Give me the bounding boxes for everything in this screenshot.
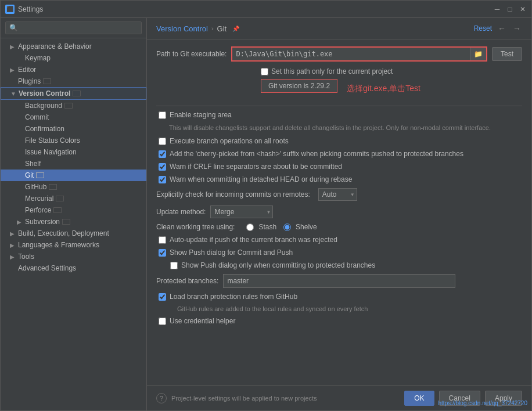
- sidebar-item-github[interactable]: GitHub: [1, 181, 146, 193]
- cancel-button[interactable]: Cancel: [439, 391, 480, 406]
- sidebar-item-languages[interactable]: ▶ Languages & Frameworks: [1, 239, 146, 251]
- indicator-icon: [36, 172, 44, 178]
- sidebar-item-advanced[interactable]: Advanced Settings: [1, 262, 146, 274]
- warn-crlf-label: Warn if CRLF line separators are about t…: [170, 163, 342, 171]
- protected-branches-input[interactable]: [223, 274, 455, 288]
- main-header: Version Control › Git 📌 Reset ← →: [147, 18, 531, 39]
- show-push-protected-checkbox[interactable]: [170, 262, 178, 269]
- sidebar-item-build[interactable]: ▶ Build, Execution, Deployment: [1, 228, 146, 239]
- sidebar-item-mercurial[interactable]: Mercurial: [1, 193, 146, 204]
- warn-detached-label: Warn when committing in detached HEAD or…: [170, 175, 352, 183]
- folder-button[interactable]: 📁: [470, 48, 486, 60]
- nav-forward-button[interactable]: →: [512, 24, 522, 33]
- execute-branch-row: Execute branch operations on all roots: [156, 137, 522, 145]
- version-badge: Git version is 2.29.2: [261, 79, 337, 93]
- main-body: Path to Git executable: 📁 Test Set this …: [147, 39, 531, 385]
- sidebar-tree: ▶ Appearance & Behavior Keymap ▶ Editor …: [1, 38, 146, 410]
- set-path-label: Set this path only for the current proje…: [271, 67, 393, 75]
- set-path-checkbox[interactable]: [261, 68, 268, 75]
- incoming-commits-select[interactable]: Auto Never Always: [318, 188, 357, 201]
- titlebar: ⬛ Settings ─ □ ✕: [1, 1, 531, 18]
- enable-staging-checkbox[interactable]: [159, 111, 166, 119]
- execute-branch-checkbox[interactable]: [159, 138, 166, 145]
- test-button[interactable]: Test: [492, 47, 522, 61]
- update-method-select-wrapper: Merge Rebase Branch Default: [210, 206, 273, 218]
- cherry-pick-checkbox[interactable]: [159, 150, 166, 158]
- expand-arrow: ▶: [10, 254, 17, 260]
- nav-back-button[interactable]: ←: [497, 24, 507, 33]
- warn-crlf-row: Warn if CRLF line separators are about t…: [156, 163, 522, 171]
- use-credential-label: Use credential helper: [170, 317, 235, 325]
- sidebar-item-confirmation[interactable]: Confirmation: [1, 123, 146, 135]
- sidebar-item-tools[interactable]: ▶ Tools: [1, 251, 146, 262]
- path-input-group: 📁: [231, 46, 487, 62]
- apply-button[interactable]: Apply: [485, 391, 522, 406]
- update-method-select[interactable]: Merge Rebase Branch Default: [210, 206, 273, 218]
- show-push-label: Show Push dialog for Commit and Push: [170, 248, 293, 257]
- maximize-button[interactable]: □: [506, 5, 514, 13]
- warn-crlf-checkbox[interactable]: [159, 163, 166, 171]
- breadcrumb: Version Control › Git 📌: [156, 24, 239, 33]
- enable-staging-row: Enable staging area: [156, 111, 522, 119]
- git-path-row: Path to Git executable: 📁 Test: [156, 46, 522, 62]
- ok-button[interactable]: OK: [404, 391, 434, 406]
- indicator-icon: [56, 196, 64, 201]
- incoming-commits-label: Explicitly check for incoming commits on…: [156, 190, 310, 199]
- sidebar-item-background[interactable]: Background: [1, 100, 146, 111]
- enable-staging-label: Enable staging area: [170, 111, 232, 119]
- stash-radio[interactable]: [246, 223, 254, 231]
- sidebar-item-editor[interactable]: ▶ Editor: [1, 64, 146, 75]
- sidebar-item-keymap[interactable]: Keymap: [1, 52, 146, 64]
- sidebar-item-shelf[interactable]: Shelf: [1, 158, 146, 170]
- expand-arrow: ▶: [10, 44, 17, 50]
- load-github-rules-checkbox[interactable]: [159, 293, 166, 301]
- github-rules-sub: GitHub rules are added to the local rule…: [156, 305, 522, 312]
- sidebar-item-perforce[interactable]: Perforce: [1, 204, 146, 216]
- warn-detached-checkbox[interactable]: [159, 176, 166, 183]
- footer: ? Project-level settings will be applied…: [147, 385, 531, 410]
- breadcrumb-separator: ›: [211, 25, 214, 32]
- sidebar-item-subversion[interactable]: ▶ Subversion: [1, 216, 146, 228]
- stash-radio-label: Stash: [246, 223, 276, 231]
- expand-arrow: ▶: [10, 67, 17, 73]
- sidebar-item-plugins[interactable]: Plugins: [1, 75, 146, 87]
- help-button[interactable]: ?: [156, 393, 167, 403]
- stash-label: Stash: [258, 223, 276, 231]
- clean-tree-label: Clean working tree using:: [156, 223, 235, 231]
- sidebar-item-commit[interactable]: Commit: [1, 111, 146, 123]
- expand-arrow: ▶: [17, 219, 24, 225]
- reset-button[interactable]: Reset: [474, 24, 492, 33]
- sidebar-item-appearance[interactable]: ▶ Appearance & Behavior: [1, 41, 146, 52]
- sidebar-item-file-status-colors[interactable]: File Status Colors: [1, 135, 146, 146]
- show-push-protected-label: Show Push dialog only when committing to…: [181, 261, 375, 269]
- window-controls: ─ □ ✕: [493, 5, 527, 13]
- minimize-button[interactable]: ─: [493, 5, 501, 13]
- search-input[interactable]: [5, 21, 142, 34]
- cherry-pick-row: Add the 'cherry-picked from <hash>' suff…: [156, 150, 522, 158]
- sidebar-item-git[interactable]: Git: [1, 170, 146, 181]
- shelve-radio[interactable]: [283, 223, 291, 231]
- breadcrumb-parent[interactable]: Version Control: [156, 24, 208, 33]
- sidebar-item-version-control[interactable]: ▼ Version Control: [1, 87, 146, 100]
- sidebar-item-issue-navigation[interactable]: Issue Navigation: [1, 146, 146, 158]
- shelve-label: Shelve: [296, 223, 317, 231]
- sidebar: ▶ Appearance & Behavior Keymap ▶ Editor …: [1, 18, 147, 410]
- pin-icon: 📌: [232, 26, 239, 32]
- use-credential-row: Use credential helper: [156, 317, 522, 325]
- execute-branch-label: Execute branch operations on all roots: [170, 137, 289, 145]
- path-input[interactable]: [232, 48, 470, 60]
- incoming-commits-row: Explicitly check for incoming commits on…: [156, 188, 522, 201]
- indicator-icon: [73, 91, 81, 96]
- update-method-row: Update method: Merge Rebase Branch Defau…: [156, 206, 522, 218]
- footer-left: ? Project-level settings will be applied…: [156, 393, 317, 403]
- footer-info-text: Project-level settings will be applied t…: [171, 395, 317, 402]
- show-push-checkbox[interactable]: [159, 249, 166, 257]
- close-button[interactable]: ✕: [519, 5, 527, 13]
- breadcrumb-current: Git: [217, 24, 227, 33]
- auto-update-checkbox[interactable]: [159, 236, 166, 244]
- show-push-row: Show Push dialog for Commit and Push: [156, 248, 522, 257]
- use-credential-checkbox[interactable]: [159, 318, 166, 325]
- protected-branches-label: Protected branches:: [156, 277, 218, 285]
- show-push-protected-row: Show Push dialog only when committing to…: [156, 261, 522, 269]
- expand-arrow: ▼: [10, 91, 17, 97]
